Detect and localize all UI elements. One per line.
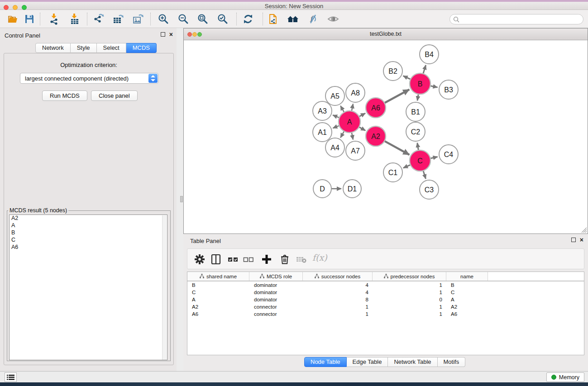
- node-A7[interactable]: A7: [346, 141, 365, 160]
- mcds-result-item[interactable]: A2: [10, 215, 167, 222]
- column-header-name[interactable]: name: [446, 272, 488, 281]
- float-table-panel-icon[interactable]: [571, 238, 576, 242]
- node-D[interactable]: D: [313, 180, 331, 198]
- edge-A2-C[interactable]: [384, 141, 410, 155]
- node-B2[interactable]: B2: [383, 62, 402, 81]
- node-C3[interactable]: C3: [420, 180, 439, 199]
- tab-motifs[interactable]: Motifs: [438, 357, 466, 367]
- mcds-result-item[interactable]: A: [10, 222, 167, 229]
- node-A8[interactable]: A8: [346, 83, 365, 102]
- network-canvas[interactable]: AA1A2A3A4A5A6A7A8BB1B2B3B4CC1C2C3C4DD1: [184, 40, 588, 234]
- task-history-button[interactable]: [5, 372, 17, 382]
- table-cell: 1: [373, 289, 446, 296]
- zoom-out-icon[interactable]: [177, 13, 189, 25]
- node-C1[interactable]: C1: [383, 163, 402, 182]
- delete-column-icon[interactable]: [279, 253, 291, 265]
- svg-text:C1: C1: [388, 169, 398, 176]
- tab-node-table[interactable]: Node Table: [304, 357, 347, 367]
- node-B3[interactable]: B3: [439, 80, 458, 99]
- mcds-result-item[interactable]: A6: [10, 244, 167, 251]
- column-header-MCDS-role[interactable]: MCDS role: [249, 272, 303, 281]
- network-snapshot-icon[interactable]: [268, 13, 280, 25]
- float-panel-icon[interactable]: [161, 32, 165, 37]
- node-A3[interactable]: A3: [313, 101, 332, 120]
- eye-icon[interactable]: [327, 13, 339, 25]
- tab-edge-table[interactable]: Edge Table: [347, 357, 388, 367]
- node-A4[interactable]: A4: [325, 138, 344, 157]
- edge-B-B4[interactable]: [423, 65, 425, 75]
- mcds-result-list[interactable]: A2ABCA6: [9, 214, 167, 360]
- home-layout-icon[interactable]: [287, 13, 299, 25]
- mcds-result-item[interactable]: B: [10, 229, 167, 237]
- table-cell: dominator: [249, 281, 303, 289]
- list-scrollbar[interactable]: [162, 215, 167, 360]
- resize-grip-icon[interactable]: [580, 226, 587, 233]
- close-table-panel-icon[interactable]: ×: [580, 238, 583, 242]
- delete-table-icon[interactable]: [295, 253, 307, 265]
- deselect-all-icon[interactable]: [243, 253, 254, 265]
- export-network-icon[interactable]: [93, 13, 105, 25]
- node-C4[interactable]: C4: [439, 145, 458, 164]
- edge-A6-B[interactable]: [384, 90, 410, 104]
- tab-mcds[interactable]: MCDS: [126, 43, 157, 53]
- import-table-icon[interactable]: [69, 13, 81, 25]
- table-row[interactable]: A2connector11A2: [187, 303, 584, 310]
- tab-network-table[interactable]: Network Table: [388, 357, 437, 367]
- tab-network[interactable]: Network: [35, 43, 71, 53]
- mcds-result-item[interactable]: C: [10, 237, 167, 244]
- network-window-titlebar[interactable]: testGlobe.txt: [184, 29, 588, 40]
- table-cell: B: [187, 281, 249, 289]
- tab-style[interactable]: Style: [71, 43, 97, 53]
- node-C[interactable]: C: [410, 150, 430, 171]
- column-header-successor-nodes[interactable]: successor nodes: [303, 272, 373, 281]
- table-row[interactable]: Cdominator41C: [187, 289, 584, 296]
- open-file-icon[interactable]: [7, 13, 19, 25]
- run-mcds-button[interactable]: Run MCDS: [42, 91, 87, 101]
- table-row[interactable]: Adominator80A: [187, 296, 584, 303]
- tab-select[interactable]: Select: [97, 43, 126, 53]
- select-all-icon[interactable]: [227, 253, 239, 265]
- node-A2[interactable]: A2: [366, 126, 386, 146]
- import-network-icon[interactable]: [48, 13, 60, 25]
- search-input[interactable]: [462, 15, 579, 24]
- node-A6[interactable]: A6: [366, 98, 386, 118]
- export-table-icon[interactable]: [112, 13, 124, 25]
- add-column-icon[interactable]: [261, 253, 272, 265]
- attribute-icon: [260, 274, 264, 279]
- save-session-icon[interactable]: [24, 13, 35, 25]
- search-field[interactable]: [449, 14, 583, 24]
- zoom-selected-icon[interactable]: [217, 13, 229, 25]
- table-row[interactable]: A6connector11A6: [187, 310, 584, 318]
- memory-button[interactable]: Memory: [546, 372, 584, 382]
- desktop-vertical-scroll-thumb[interactable]: [180, 196, 183, 202]
- function-hide-icon[interactable]: f: [307, 13, 319, 25]
- table-row[interactable]: Bdominator41B: [187, 281, 584, 289]
- svg-text:C4: C4: [444, 151, 454, 158]
- node-B1[interactable]: B1: [406, 102, 425, 121]
- refresh-icon[interactable]: [242, 13, 254, 25]
- node-A[interactable]: A: [339, 111, 360, 133]
- svg-text:D: D: [320, 185, 325, 193]
- function-builder-icon[interactable]: f(x): [312, 253, 327, 262]
- status-bar: Memory: [0, 371, 588, 382]
- node-B4[interactable]: B4: [420, 45, 439, 64]
- node-A5[interactable]: A5: [325, 86, 344, 105]
- columns-icon[interactable]: [210, 253, 222, 265]
- zoom-in-icon[interactable]: [158, 13, 169, 25]
- gear-icon[interactable]: [194, 253, 206, 265]
- node-A1[interactable]: A1: [313, 123, 332, 142]
- network-graph[interactable]: AA1A2A3A4A5A6A7A8BB1B2B3B4CC1C2C3C4DD1: [184, 40, 588, 234]
- node-D1[interactable]: D1: [343, 180, 361, 198]
- column-header-shared-name[interactable]: shared name: [187, 272, 249, 281]
- column-header-predecessor-nodes[interactable]: predecessor nodes: [373, 272, 446, 281]
- node-B[interactable]: B: [410, 73, 430, 94]
- toolbar-separator: [263, 13, 263, 25]
- table-cell: B: [446, 281, 488, 289]
- node-C2[interactable]: C2: [406, 122, 425, 141]
- close-panel-button[interactable]: Close panel: [91, 91, 138, 101]
- close-panel-icon[interactable]: ×: [169, 32, 173, 37]
- zoom-fit-icon[interactable]: [197, 13, 209, 25]
- export-image-icon[interactable]: [132, 13, 144, 25]
- table-body: Bdominator41BCdominator41CAdominator80AA…: [187, 281, 584, 318]
- criterion-dropdown[interactable]: largest connected component (directed): [20, 73, 158, 84]
